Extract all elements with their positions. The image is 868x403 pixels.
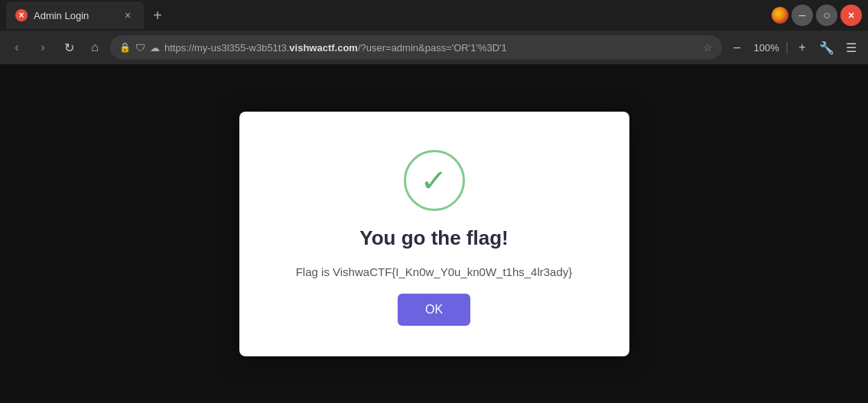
active-tab[interactable]: Admin Login × bbox=[6, 2, 144, 29]
new-tab-button[interactable]: + bbox=[147, 5, 168, 26]
zoom-minus-button[interactable]: – bbox=[727, 37, 748, 58]
ok-button[interactable]: OK bbox=[398, 294, 470, 326]
page-content: ✓ You go the flag! Flag is VishwaCTF{I_K… bbox=[0, 64, 868, 403]
back-button[interactable]: ‹ bbox=[6, 37, 28, 58]
tab-bar: Admin Login × + – ○ × bbox=[0, 0, 868, 31]
url-domain: vishwactf.com bbox=[289, 42, 358, 54]
dialog-message: Flag is VishwaCTF{I_Kn0w_Y0u_kn0W_t1hs_4… bbox=[296, 265, 573, 278]
success-dialog: ✓ You go the flag! Flag is VishwaCTF{I_K… bbox=[239, 112, 629, 356]
dialog-title: You go the flag! bbox=[359, 226, 509, 250]
refresh-button[interactable]: ↻ bbox=[58, 37, 80, 58]
url-prefix: https://my-us3l355-w3b51t3. bbox=[164, 42, 289, 54]
bookmark-star-icon[interactable]: ☆ bbox=[703, 41, 713, 54]
browser-chrome: Admin Login × + – ○ × ‹ › ↻ ⌂ 🔒 🛡 ☁ http… bbox=[0, 0, 868, 64]
menu-button[interactable]: ☰ bbox=[840, 37, 862, 58]
close-window-button[interactable]: × bbox=[840, 5, 862, 26]
navigation-bar: ‹ › ↻ ⌂ 🔒 🛡 ☁ https://my-us3l355-w3b51t3… bbox=[0, 31, 868, 64]
browser-window-controls: – ○ × bbox=[772, 5, 862, 26]
zoom-level: 100% bbox=[751, 42, 782, 54]
tools-button[interactable]: 🔧 bbox=[816, 37, 837, 58]
shield-icon: 🛡 bbox=[135, 42, 145, 54]
nav-right-controls: – 100% | + 🔧 ☰ bbox=[727, 37, 862, 58]
checkmark-icon: ✓ bbox=[420, 165, 448, 196]
tab-close-button[interactable]: × bbox=[121, 8, 135, 22]
tab-title: Admin Login bbox=[34, 10, 115, 21]
maximize-button[interactable]: ○ bbox=[816, 5, 837, 26]
forward-button[interactable]: › bbox=[32, 37, 54, 58]
success-circle: ✓ bbox=[404, 150, 465, 211]
tab-favicon-icon bbox=[15, 9, 28, 21]
lock-icon: 🔒 bbox=[119, 42, 131, 53]
address-bar[interactable]: 🔒 🛡 ☁ https://my-us3l355-w3b51t3.vishwac… bbox=[110, 35, 722, 60]
url-display[interactable]: https://my-us3l355-w3b51t3.vishwactf.com… bbox=[164, 42, 698, 54]
firefox-icon bbox=[772, 7, 788, 24]
zoom-separator: | bbox=[785, 41, 788, 54]
minimize-button[interactable]: – bbox=[792, 5, 813, 26]
home-button[interactable]: ⌂ bbox=[84, 37, 106, 58]
zoom-plus-button[interactable]: + bbox=[792, 37, 813, 58]
extra-icon: ☁ bbox=[150, 42, 160, 54]
url-path: /?user=admin&pass='OR'1'%3D'1 bbox=[358, 42, 507, 54]
